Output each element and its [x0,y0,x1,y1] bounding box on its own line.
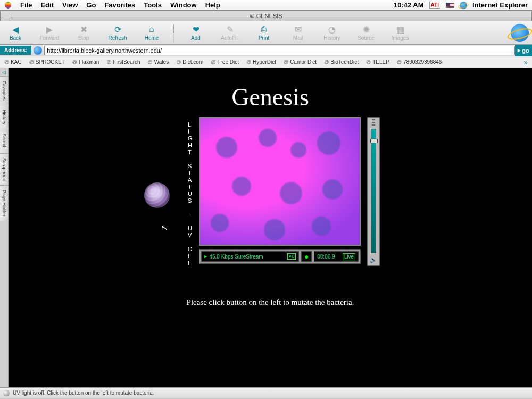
forward-button[interactable]: ▶Forward [37,24,62,41]
sidebar-tab-favorites[interactable]: Favorites [0,77,8,105]
fav-telep[interactable]: @TELEP [366,59,389,65]
back-label: Back [10,35,21,41]
explorer-sidebar: ◁ Favorites History Search Scrapbook Pag… [0,68,9,387]
menu-go[interactable]: Go [86,1,96,9]
stop-label: Stop [78,35,89,41]
fav-label: BioTechDict [330,59,359,65]
cursor-icon: ↖ [160,222,169,233]
at-icon: @ [250,13,254,19]
media-player-bar: 45.0 Kbps SureStream ▾8 08:06.9 Live [199,249,361,264]
stop-icon: ✖ [78,24,89,34]
window-titlebar: @ GENESIS [0,11,532,21]
fav-label: Dict.com [182,59,203,65]
sidebar-collapse-icon[interactable]: ◁ [0,68,8,77]
history-button[interactable]: ◔History [320,24,344,41]
fav-flaxman[interactable]: @Flaxman [72,59,99,65]
favorites-overflow-icon[interactable]: » [523,58,528,66]
fav-label: Wales [154,59,169,65]
video-stream [200,118,360,245]
go-button[interactable]: go [515,45,532,56]
apple-menu-icon[interactable] [4,2,12,9]
slider-tick [372,119,375,120]
address-label: Address: [0,46,31,55]
sidebar-tab-search[interactable]: Search [0,129,8,154]
volume-slider[interactable] [371,129,376,253]
mutate-bacteria-button[interactable] [144,182,170,208]
images-button[interactable]: ▦Images [388,24,412,41]
live-badge: Live [343,253,355,260]
refresh-button[interactable]: ⟳Refresh [105,24,130,41]
slider-tick [372,122,375,123]
app-name[interactable]: Internet Explorer [472,1,528,9]
fav-freedict[interactable]: @Free Dict [211,59,239,65]
ie-icon[interactable] [460,2,467,9]
speaker-icon[interactable]: 🔈 [370,256,377,264]
add-button[interactable]: ❤Add [184,24,208,41]
ati-icon[interactable]: ATI [429,2,440,9]
history-label: History [323,35,340,41]
menu-edit[interactable]: Edit [40,1,54,9]
status-text: UV light is off. Click the button on the… [13,390,154,396]
back-button[interactable]: ◀Back [3,24,28,41]
time-display: 08:06.9 Live [314,251,359,262]
stop-button[interactable]: ✖Stop [71,24,96,41]
fav-label: KAC [11,59,22,65]
menu-file[interactable]: File [20,1,32,9]
fav-sprocket[interactable]: @SPROCKET [29,59,65,65]
url-input[interactable] [44,46,515,55]
autofill-button[interactable]: ✎AutoFill [218,24,242,41]
address-bar: Address: go [0,45,532,56]
fav-cambrdict[interactable]: @Cambr Dict [284,59,317,65]
record-indicator[interactable] [301,251,312,262]
volume-slider-panel: 🔈 [367,117,380,266]
fav-label: 7890329396846 [403,59,442,65]
sidebar-tab-history[interactable]: History [0,105,8,129]
stream-info[interactable]: 45.0 Kbps SureStream ▾8 [201,251,299,262]
menu-view[interactable]: View [62,1,78,9]
print-icon: ⎙ [258,24,270,34]
fav-label: HyperDict [253,59,276,65]
page-content: Genesis LIGHTSTATUS–UVOFF ↖ 🔈 [9,68,532,387]
back-icon: ◀ [10,24,21,34]
slider-thumb[interactable] [370,139,378,143]
fav-biotechdict[interactable]: @BioTechDict [324,59,359,65]
fav-dictcom[interactable]: @Dict.com [176,59,203,65]
fav-label: Free Dict [217,59,239,65]
fav-label: FirstSearch [113,59,140,65]
refresh-icon: ⟳ [112,24,123,34]
system-menubar: File Edit View Go Favorites Tools Window… [0,0,532,11]
fav-firstsearch[interactable]: @FirstSearch [106,59,140,65]
source-label: Source [358,35,375,41]
page-title: Genesis [9,83,532,111]
clock: 10:42 AM [394,1,424,9]
browser-toolbar: ◀Back ▶Forward ✖Stop ⟳Refresh ⌂Home ❤Add… [0,21,532,45]
sidebar-tab-pageholder[interactable]: Page Holder [0,186,8,221]
fav-wales[interactable]: @Wales [148,59,169,65]
us-flag-icon[interactable] [446,3,454,8]
images-label: Images [392,35,409,41]
pencil-icon: ✎ [224,24,236,34]
menu-tools[interactable]: Tools [144,1,162,9]
menu-help[interactable]: Help [205,1,220,9]
source-icon: ✺ [360,24,372,34]
window-close-button[interactable] [4,13,10,19]
fav-number[interactable]: @7890329396846 [397,59,442,65]
slider-tick [372,124,375,126]
stream-rate: 45.0 Kbps SureStream [209,254,263,260]
sidebar-tab-scrapbook[interactable]: Scrapbook [0,154,8,186]
window-title: GENESIS [256,13,282,19]
fav-label: SPROCKET [36,59,65,65]
print-button[interactable]: ⎙Print [252,24,276,41]
source-button[interactable]: ✺Source [354,24,378,41]
bulb-icon [3,390,10,396]
fav-kac[interactable]: @KAC [4,59,22,65]
fav-hyperdict[interactable]: @HyperDict [246,59,276,65]
mail-icon: ✉ [292,24,304,34]
menu-favorites[interactable]: Favorites [104,1,135,9]
menu-window[interactable]: Window [170,1,197,9]
add-label: Add [191,35,201,41]
status-bar: UV light is off. Click the button on the… [0,387,532,398]
mail-button[interactable]: ✉Mail [286,24,310,41]
home-button[interactable]: ⌂Home [139,24,164,41]
main-row: ◁ Favorites History Search Scrapbook Pag… [0,68,532,387]
